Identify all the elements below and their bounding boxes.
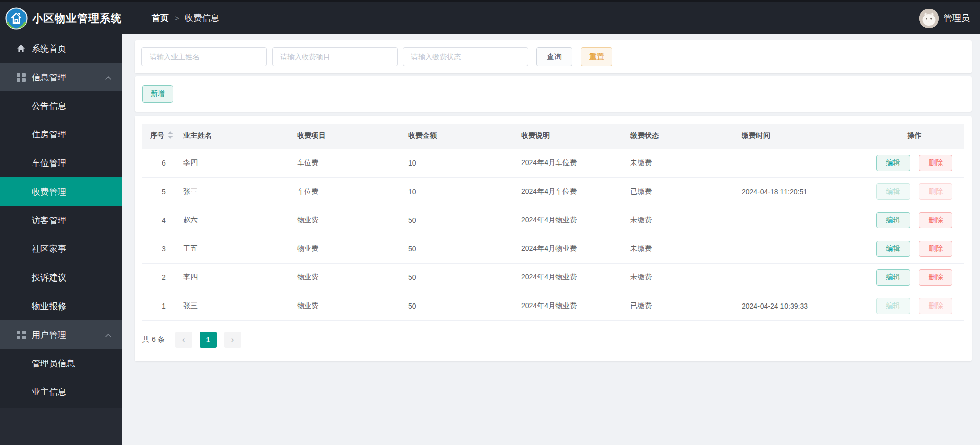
cell-seq: 5 bbox=[142, 177, 183, 206]
add-button[interactable]: 新增 bbox=[142, 85, 173, 103]
table-panel: 序号 业主姓名 收费项目 收费金额 收费说明 缴费状态 缴费时间 操作 6 李四… bbox=[135, 116, 972, 361]
cell-desc: 2024年4月物业费 bbox=[521, 263, 630, 292]
col-fee-item: 收费项目 bbox=[297, 124, 408, 149]
table-row: 6 李四 车位费 10 2024年4月车位费 未缴费 编辑 删除 bbox=[142, 149, 964, 177]
sidebar-item[interactable]: 公告信息 bbox=[0, 91, 122, 120]
pagination: 共 6 条 ‹ 1 › bbox=[142, 332, 964, 348]
sidebar-footer bbox=[0, 408, 122, 445]
col-actions: 操作 bbox=[865, 124, 964, 149]
cell-actions: 编辑 删除 bbox=[865, 149, 964, 177]
edit-button[interactable]: 编辑 bbox=[876, 298, 910, 314]
sidebar-item-label: 系统首页 bbox=[32, 43, 66, 55]
sidebar-item-label: 访客管理 bbox=[32, 215, 66, 226]
sidebar-item[interactable]: 社区家事 bbox=[0, 235, 122, 263]
delete-button[interactable]: 删除 bbox=[919, 183, 952, 200]
sidebar-item-label: 收费管理 bbox=[32, 186, 66, 198]
cell-amount: 50 bbox=[408, 263, 521, 292]
breadcrumb-current: 收费信息 bbox=[185, 12, 219, 24]
sidebar-item[interactable]: 收费管理 bbox=[0, 177, 122, 206]
sidebar-item-label: 信息管理 bbox=[32, 72, 66, 83]
sidebar-item[interactable]: 住房管理 bbox=[0, 120, 122, 149]
delete-button[interactable]: 删除 bbox=[919, 241, 952, 257]
table-row: 4 赵六 物业费 50 2024年4月物业费 未缴费 编辑 删除 bbox=[142, 206, 964, 235]
sidebar-item[interactable]: 物业报修 bbox=[0, 292, 122, 320]
reset-button[interactable]: 重置 bbox=[581, 47, 612, 66]
owner-name-input[interactable] bbox=[141, 47, 267, 66]
cell-actions: 编辑 删除 bbox=[865, 206, 964, 235]
table-row: 5 张三 车位费 10 2024年4月车位费 已缴费 2024-04-18 11… bbox=[142, 177, 964, 206]
sidebar-item[interactable]: 投诉建议 bbox=[0, 263, 122, 292]
cell-fee-item: 车位费 bbox=[297, 149, 408, 177]
cell-actions: 编辑 删除 bbox=[865, 292, 964, 320]
grid-icon bbox=[17, 331, 26, 339]
edit-button[interactable]: 编辑 bbox=[876, 269, 910, 286]
query-button[interactable]: 查询 bbox=[536, 47, 572, 66]
user-name: 管理员 bbox=[944, 12, 970, 24]
cell-desc: 2024年4月车位费 bbox=[521, 149, 630, 177]
avatar[interactable] bbox=[919, 9, 939, 28]
next-page-button[interactable]: › bbox=[224, 332, 241, 348]
breadcrumb-home-link[interactable]: 首页 bbox=[152, 12, 169, 24]
cell-seq: 4 bbox=[142, 206, 183, 235]
fee-item-input[interactable] bbox=[272, 47, 398, 66]
col-seq[interactable]: 序号 bbox=[142, 124, 183, 149]
edit-button[interactable]: 编辑 bbox=[876, 241, 910, 257]
delete-button[interactable]: 删除 bbox=[919, 269, 952, 286]
cell-time bbox=[742, 263, 865, 292]
pay-status-input[interactable] bbox=[403, 47, 528, 66]
sidebar-item[interactable]: 信息管理 bbox=[0, 63, 122, 91]
app-logo-icon bbox=[5, 7, 28, 30]
user-menu[interactable]: 管理员 bbox=[919, 9, 970, 28]
grid-icon bbox=[17, 73, 26, 82]
cell-owner: 李四 bbox=[183, 149, 297, 177]
sidebar-item[interactable]: 系统首页 bbox=[0, 34, 122, 63]
cell-seq: 3 bbox=[142, 235, 183, 263]
chevron-up-icon bbox=[105, 72, 111, 82]
cell-actions: 编辑 删除 bbox=[865, 235, 964, 263]
edit-button[interactable]: 编辑 bbox=[876, 183, 910, 200]
sidebar-item[interactable]: 管理员信息 bbox=[0, 349, 122, 378]
delete-button[interactable]: 删除 bbox=[919, 298, 952, 314]
pagination-total: 共 6 条 bbox=[142, 335, 165, 344]
sidebar-item-label: 住房管理 bbox=[32, 129, 66, 140]
search-panel: 查询 重置 bbox=[135, 40, 972, 73]
top-header: 小区物业管理系统 首页 > 收费信息 管理员 bbox=[0, 2, 980, 34]
sort-icon[interactable] bbox=[168, 131, 173, 139]
cell-owner: 张三 bbox=[183, 292, 297, 320]
sidebar-item[interactable]: 车位管理 bbox=[0, 149, 122, 177]
table-row: 2 李四 物业费 50 2024年4月物业费 未缴费 编辑 删除 bbox=[142, 263, 964, 292]
page-1-button[interactable]: 1 bbox=[200, 332, 217, 348]
delete-button[interactable]: 删除 bbox=[919, 155, 952, 171]
cell-status: 已缴费 bbox=[630, 177, 742, 206]
table-row: 1 张三 物业费 50 2024年4月物业费 已缴费 2024-04-24 10… bbox=[142, 292, 964, 320]
edit-button[interactable]: 编辑 bbox=[876, 155, 910, 171]
chevron-up-icon bbox=[105, 330, 111, 340]
cell-fee-item: 物业费 bbox=[297, 292, 408, 320]
cell-status: 已缴费 bbox=[630, 292, 742, 320]
edit-button[interactable]: 编辑 bbox=[876, 212, 910, 228]
col-amount: 收费金额 bbox=[408, 124, 521, 149]
home-icon bbox=[17, 44, 26, 53]
col-owner: 业主姓名 bbox=[183, 124, 297, 149]
main-content: 查询 重置 新增 序号 业主姓名 收费项目 收费金额 收费说明 缴费状态 bbox=[122, 34, 980, 445]
cell-owner: 王五 bbox=[183, 235, 297, 263]
sidebar-item[interactable]: 业主信息 bbox=[0, 378, 122, 406]
cell-time bbox=[742, 149, 865, 177]
app-title: 小区物业管理系统 bbox=[32, 11, 122, 26]
sidebar-item[interactable]: 访客管理 bbox=[0, 206, 122, 235]
cell-amount: 50 bbox=[408, 206, 521, 235]
prev-page-button[interactable]: ‹ bbox=[175, 332, 192, 348]
sidebar-item-label: 管理员信息 bbox=[32, 358, 75, 369]
delete-button[interactable]: 删除 bbox=[919, 212, 952, 228]
cell-desc: 2024年4月车位费 bbox=[521, 177, 630, 206]
cell-amount: 50 bbox=[408, 292, 521, 320]
cell-actions: 编辑 删除 bbox=[865, 263, 964, 292]
sidebar-item[interactable]: 用户管理 bbox=[0, 320, 122, 349]
cell-desc: 2024年4月物业费 bbox=[521, 292, 630, 320]
cell-desc: 2024年4月物业费 bbox=[521, 206, 630, 235]
cell-seq: 1 bbox=[142, 292, 183, 320]
cell-owner: 李四 bbox=[183, 263, 297, 292]
cell-status: 未缴费 bbox=[630, 206, 742, 235]
sidebar-item-label: 业主信息 bbox=[32, 386, 66, 398]
cell-seq: 6 bbox=[142, 149, 183, 177]
